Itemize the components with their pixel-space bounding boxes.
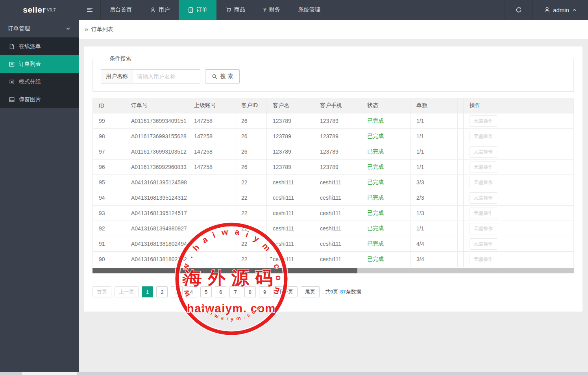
cell-status: 已完成 xyxy=(361,252,410,267)
sidebar-item[interactable]: 弹窗图片 xyxy=(0,91,79,108)
brand-version: V3.7 xyxy=(47,8,56,12)
sidebar-item[interactable]: 订单列表 xyxy=(0,55,79,73)
table-row: 93 A04131681395124517 22 ceshi111 ceshi1… xyxy=(93,206,574,221)
doc-icon xyxy=(188,7,194,13)
topnav-item-label: 订单 xyxy=(196,6,207,13)
pagination-page-button[interactable]: 2 xyxy=(156,286,168,297)
cell-count: 1/3 xyxy=(410,206,458,221)
brand-name: seller xyxy=(23,5,46,15)
cell-customer-id: 22 xyxy=(235,175,267,190)
cell-parent-account: 147258 xyxy=(188,160,235,175)
sidebar-group-label: 订单管理 xyxy=(8,25,30,32)
cell-action: 无需操作 xyxy=(464,252,574,267)
pagination-page-button[interactable]: 4 xyxy=(186,286,197,297)
table-header-cell: 单数 xyxy=(410,98,458,113)
cell-count: 2/3 xyxy=(410,190,458,206)
username-input-group: 用户名称 xyxy=(101,69,200,84)
cell-count: 1/1 xyxy=(410,221,458,236)
cell-customer-phone: 123789 xyxy=(314,129,361,144)
cell-id: 99 xyxy=(93,113,125,129)
cell-action: 无需操作 xyxy=(464,206,574,221)
refresh-button[interactable] xyxy=(505,0,533,20)
cell-customer-name: 123789 xyxy=(267,113,314,129)
topnav-item[interactable]: ¥ 财务 xyxy=(254,0,289,20)
topbar-right: admin xyxy=(505,0,588,20)
pagination-first-button: 首页 xyxy=(92,286,111,297)
cell-count: 1/1 xyxy=(410,129,458,144)
page-scrollbar-thumb[interactable] xyxy=(22,372,77,375)
cell-order-no: A01161736993155628 xyxy=(125,129,188,144)
no-action-button: 无需操作 xyxy=(470,208,497,219)
topnav-item[interactable]: 商品 xyxy=(216,0,254,20)
cart-icon xyxy=(226,7,231,13)
pagination-page-button[interactable]: 6 xyxy=(215,286,226,297)
refresh-icon xyxy=(516,7,522,13)
cell-spacer xyxy=(458,190,464,206)
pagination-page-button[interactable]: 7 xyxy=(229,286,241,297)
cell-order-no: A04131681381802494 xyxy=(125,236,188,252)
chevron-up-icon xyxy=(572,7,577,13)
page-horizontal-scrollbar[interactable] xyxy=(0,372,588,375)
sidebar-toggle-button[interactable] xyxy=(79,0,101,20)
table-header-cell: 上级账号 xyxy=(188,98,235,113)
cell-status: 已完成 xyxy=(361,113,410,129)
topnav-item[interactable]: 后台首页 xyxy=(101,0,141,20)
cell-customer-name: 123789 xyxy=(267,144,314,160)
pagination-next-button[interactable]: 下一页 xyxy=(274,286,298,297)
cell-customer-name: ceshi111 xyxy=(267,252,314,267)
sidebar-item[interactable]: 在线派单 xyxy=(0,37,79,55)
cell-action: 无需操作 xyxy=(464,160,574,175)
image-icon xyxy=(9,97,15,103)
pagination-summary: 共9页87条数据 xyxy=(325,288,361,295)
table-row: 98 A01161736993155628 147258 26 123789 1… xyxy=(93,129,574,144)
cell-id: 94 xyxy=(93,190,125,206)
search-button-label: 搜 索 xyxy=(220,73,233,80)
search-fieldset: 条件搜索 用户名称 搜 索 xyxy=(92,55,574,92)
cell-customer-name: 123789 xyxy=(267,129,314,144)
cell-order-no: A01161736993103512 xyxy=(125,144,188,160)
user-icon xyxy=(544,7,550,13)
page-icon xyxy=(9,43,15,50)
cell-customer-id: 22 xyxy=(235,252,267,267)
cell-status: 已完成 xyxy=(361,190,410,206)
pagination-page-button[interactable]: 8 xyxy=(244,286,256,297)
pagination-page-button[interactable]: 3 xyxy=(171,286,182,297)
pagination-page-button[interactable]: 5 xyxy=(200,286,212,297)
pagination-page-button[interactable]: 9 xyxy=(259,286,270,297)
breadcrumb-label: 订单列表 xyxy=(91,26,113,33)
cell-customer-phone: ceshi111 xyxy=(314,206,361,221)
sidebar-group-order-management[interactable]: 订单管理 xyxy=(0,20,79,37)
cell-customer-phone: ceshi111 xyxy=(314,175,361,190)
breadcrumb-caret-icon: » xyxy=(85,26,88,33)
admin-menu[interactable]: admin xyxy=(533,0,588,20)
cell-status: 已完成 xyxy=(361,160,410,175)
cell-order-no: A01161736993409151 xyxy=(125,113,188,129)
pagination-page-button[interactable]: 1 xyxy=(142,286,153,297)
pagination-last-button[interactable]: 尾页 xyxy=(301,286,320,297)
table-header-cell: 客户手机 xyxy=(314,98,361,113)
topnav-item[interactable]: 订单 xyxy=(179,0,216,20)
table-horizontal-scrollbar[interactable] xyxy=(92,268,574,273)
app-logo: seller V3.7 xyxy=(0,0,79,20)
table-scrollbar-thumb[interactable] xyxy=(92,268,357,273)
no-action-button: 无需操作 xyxy=(470,162,497,173)
cell-status: 已完成 xyxy=(361,206,410,221)
cell-customer-id: 22 xyxy=(235,236,267,252)
cell-count: 1/1 xyxy=(410,113,458,129)
cell-action: 无需操作 xyxy=(464,236,574,252)
topnav-item[interactable]: 用户 xyxy=(141,0,179,20)
cell-parent-account xyxy=(188,175,235,190)
cell-spacer xyxy=(458,206,464,221)
cell-count: 3/4 xyxy=(410,252,458,267)
username-label: 用户名称 xyxy=(101,70,133,83)
sidebar-item[interactable]: 模式分组 xyxy=(0,73,79,91)
search-button[interactable]: 搜 索 xyxy=(205,69,240,84)
no-action-button: 无需操作 xyxy=(470,115,497,127)
pagination: 首页 上一页 123456789 下一页 尾页 共9页87条数据 xyxy=(92,286,574,297)
cell-status: 已完成 xyxy=(361,236,410,252)
table-row: 99 A01161736993409151 147258 26 123789 1… xyxy=(93,113,574,129)
username-input[interactable] xyxy=(133,70,200,83)
cell-order-no: A04131681381802232 xyxy=(125,252,188,267)
cell-spacer xyxy=(458,236,464,252)
topnav-item[interactable]: 系统管理 xyxy=(289,0,329,20)
